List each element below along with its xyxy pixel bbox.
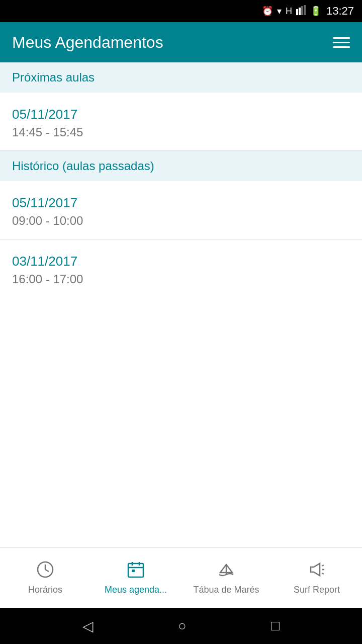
signal-icon bbox=[296, 5, 306, 18]
alarm-icon: ⏰ bbox=[262, 6, 273, 17]
nav-label-surf-report: Surf Report bbox=[294, 585, 340, 595]
schedule-date: 03/11/2017 bbox=[12, 254, 350, 269]
boat-icon bbox=[217, 560, 235, 582]
svg-rect-3 bbox=[304, 5, 306, 15]
wifi-icon: ▾ bbox=[277, 6, 282, 17]
svg-rect-11 bbox=[132, 570, 135, 572]
back-button[interactable]: ◁ bbox=[82, 618, 94, 634]
svg-rect-7 bbox=[128, 564, 143, 577]
status-time: 13:27 bbox=[326, 5, 354, 18]
android-nav-bar: ◁ ○ □ bbox=[0, 608, 362, 644]
menu-button[interactable] bbox=[333, 37, 350, 48]
nav-label-tabua-de-mares: Tábua de Marés bbox=[193, 585, 259, 595]
content-area: Próximas aulas 05/11/2017 14:45 - 15:45 … bbox=[0, 62, 362, 547]
svg-line-6 bbox=[45, 570, 49, 572]
svg-rect-0 bbox=[296, 9, 298, 15]
h-signal-icon: H bbox=[286, 6, 292, 17]
schedule-time: 16:00 - 17:00 bbox=[12, 272, 350, 286]
svg-rect-2 bbox=[301, 6, 303, 15]
nav-item-horarios[interactable]: Horários bbox=[0, 548, 90, 608]
section-header-proximas: Próximas aulas bbox=[0, 62, 362, 93]
nav-item-surf-report[interactable]: Surf Report bbox=[272, 548, 362, 608]
schedule-time: 14:45 - 15:45 bbox=[12, 125, 350, 139]
nav-label-meus-agendamentos: Meus agenda... bbox=[105, 585, 167, 595]
clock-icon bbox=[36, 560, 54, 582]
calendar-icon bbox=[127, 560, 145, 582]
schedule-date: 05/11/2017 bbox=[12, 107, 350, 122]
status-bar: ⏰ ▾ H 🔋 13:27 bbox=[0, 0, 362, 22]
section-header-historico: Histórico (aulas passadas) bbox=[0, 151, 362, 181]
schedule-date: 05/11/2017 bbox=[12, 195, 350, 211]
recents-button[interactable]: □ bbox=[271, 618, 280, 634]
nav-item-meus-agendamentos[interactable]: Meus agenda... bbox=[90, 548, 181, 608]
svg-line-13 bbox=[322, 565, 324, 566]
schedule-item-proximas-0[interactable]: 05/11/2017 14:45 - 15:45 bbox=[0, 93, 362, 151]
status-icons: ⏰ ▾ H 🔋 bbox=[262, 5, 321, 18]
schedule-item-historico-0[interactable]: 05/11/2017 09:00 - 10:00 bbox=[0, 181, 362, 239]
nav-label-horarios: Horários bbox=[28, 585, 62, 595]
schedule-time: 09:00 - 10:00 bbox=[12, 214, 350, 228]
schedule-item-historico-1[interactable]: 03/11/2017 16:00 - 17:00 bbox=[0, 239, 362, 297]
app-title: Meus Agendamentos bbox=[12, 33, 163, 52]
app-bar: Meus Agendamentos bbox=[0, 22, 362, 62]
megaphone-icon bbox=[308, 560, 326, 582]
nav-item-tabua-de-mares[interactable]: Tábua de Marés bbox=[181, 548, 272, 608]
bottom-nav: Horários Meus agenda... Tábua de Marés bbox=[0, 547, 362, 608]
svg-line-15 bbox=[322, 573, 324, 574]
battery-icon: 🔋 bbox=[310, 6, 321, 17]
svg-rect-1 bbox=[299, 8, 301, 15]
home-button[interactable]: ○ bbox=[178, 618, 187, 634]
